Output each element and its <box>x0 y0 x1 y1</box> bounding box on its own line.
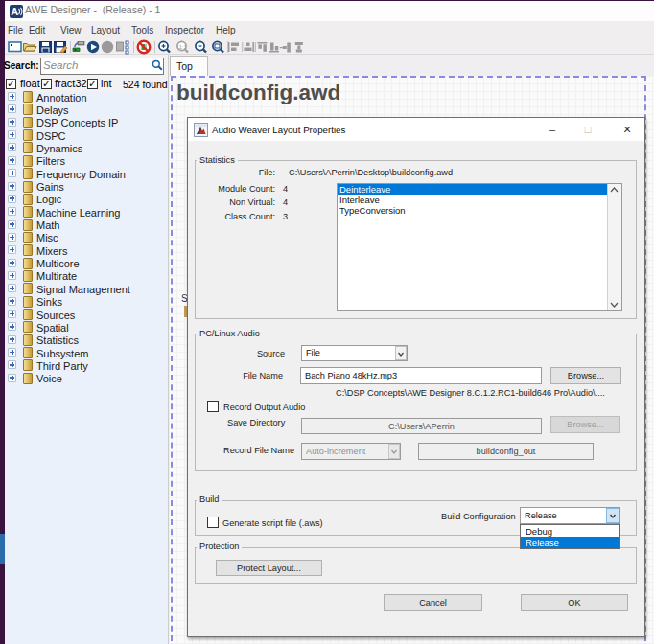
svg-text:1:1: 1:1 <box>179 44 188 50</box>
svg-text:A: A <box>11 6 18 17</box>
